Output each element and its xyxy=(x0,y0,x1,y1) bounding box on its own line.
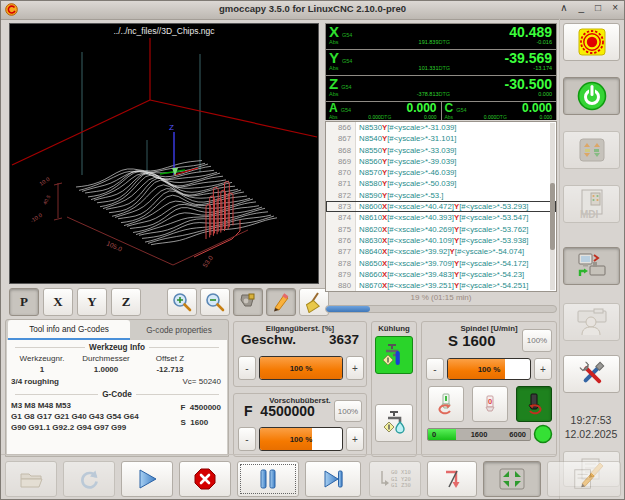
draw-dimensions-button[interactable] xyxy=(266,288,296,316)
gcode-line[interactable]: 879N8660X[#<xscale>*39.483]Y[#<yscale>*-… xyxy=(326,269,556,280)
title-bar[interactable]: gmoccapy 3.5.0 for LinuxCNC 2.10.0-pre0 … xyxy=(1,1,624,20)
tool-icon xyxy=(237,291,259,313)
maximize-button[interactable]: □ xyxy=(595,2,601,13)
run-from-line-button[interactable]: G0 X10 G1 Y20 G1 Z30 xyxy=(369,461,421,497)
settings-button[interactable] xyxy=(563,355,620,393)
gcode-line[interactable]: 876N8630X[#<xscale>*40.109]Y[#<yscale>*-… xyxy=(326,235,556,246)
gcode-line[interactable]: 874N8610X[#<xscale>*40.393]Y[#<yscale>*-… xyxy=(326,212,556,223)
auto-mode-button[interactable] xyxy=(563,247,620,285)
dro-axis-c[interactable]: CG540.000Abs0.000DTG0.000 xyxy=(442,102,557,120)
mist-coolant-button[interactable] xyxy=(375,404,413,442)
tools-icon xyxy=(576,358,608,390)
gcode-line[interactable]: 869N8560Y[#<yscale>*-39.039] xyxy=(326,156,556,167)
gcode-line[interactable]: 866N8530Y[#<yscale>*-31.039] xyxy=(326,122,556,133)
edit-gcode-button[interactable] xyxy=(547,461,621,497)
dtg-value: 0.000 xyxy=(401,114,437,120)
mdi-mode-button[interactable]: MDI xyxy=(563,185,620,223)
pause-icon xyxy=(256,467,280,491)
gcode-line[interactable]: 871N8580Y[#<yscale>*-50.039] xyxy=(326,178,556,189)
minimize-button[interactable]: _ xyxy=(579,2,585,13)
s-label: S xyxy=(181,418,186,427)
shade-button[interactable]: ∧ xyxy=(560,2,567,13)
run-program-button[interactable] xyxy=(121,461,173,497)
spindle-plus-button[interactable]: + xyxy=(534,358,552,380)
feed-slider-label: 100 % xyxy=(260,428,342,450)
dro-letter: C xyxy=(445,103,454,114)
feed-reset-button[interactable]: 100% xyxy=(334,400,362,422)
flood-coolant-button[interactable] xyxy=(375,336,413,374)
tool-number-header: Werkzeugnr. xyxy=(11,353,73,364)
rapid-override-slider[interactable]: 100 % xyxy=(259,356,343,380)
gcode-scrollbar[interactable] xyxy=(550,123,555,290)
feed-minus-button[interactable]: - xyxy=(238,427,256,451)
scrollbar-thumb[interactable] xyxy=(550,183,555,250)
gcode-line[interactable]: 880N8670X[#<xscale>*39.251]Y[#<yscale>*-… xyxy=(326,280,556,291)
gcode-line[interactable]: 870N8570Y[#<yscale>*-46.039] xyxy=(326,167,556,178)
view-z-button[interactable]: Z xyxy=(111,288,141,316)
dro-value: -30.500 xyxy=(505,78,552,91)
skip-blocks-icon xyxy=(440,467,464,491)
abs-label: Abs xyxy=(329,91,351,98)
view-y-button[interactable]: Y xyxy=(77,288,107,316)
manual-mode-button[interactable] xyxy=(563,131,620,169)
machine-on-button[interactable] xyxy=(563,77,620,115)
close-button[interactable]: × xyxy=(612,2,618,13)
spindle-reset-button[interactable]: 100% xyxy=(522,329,552,352)
spindle-minus-button[interactable]: - xyxy=(426,358,444,380)
run-from-line-text-1: G0 X10 xyxy=(391,469,411,476)
user-tabs-button[interactable] xyxy=(563,303,620,341)
toolpath-3d-canvas[interactable]: 105.053.010.040.5-10.0Z xyxy=(10,24,318,283)
tab-tool-info[interactable]: Tool info and G-codes xyxy=(8,320,130,340)
pause-program-button[interactable] xyxy=(237,461,299,497)
gcode-line[interactable]: 872N8590Y[#<yscale>*-53.] xyxy=(326,190,556,201)
spindle-cw-icon xyxy=(521,391,547,417)
tool-diameter-value: 1.0000 xyxy=(73,364,139,375)
dro-axis-y[interactable]: YG54-39.569Abs101.331DTG-13.174 xyxy=(326,50,556,75)
reload-file-button[interactable] xyxy=(63,461,115,497)
fullscreen-icon xyxy=(499,467,525,491)
dtg-label: DTG xyxy=(381,114,401,120)
stop-program-button[interactable] xyxy=(179,461,231,497)
step-program-button[interactable] xyxy=(305,461,361,497)
run-from-line-text-3: G1 Z30 xyxy=(391,482,411,489)
open-file-button[interactable] xyxy=(5,461,57,497)
tab-gcode-properties[interactable]: G-code properties xyxy=(130,320,228,340)
dro-letter: Y xyxy=(329,51,339,65)
gcode-line[interactable]: 867N8540Y[#<yscale>*-31.101] xyxy=(326,133,556,144)
dro-axis-x[interactable]: XG5440.489Abs191.839DTG-0.016 xyxy=(326,24,556,49)
gcode-line[interactable]: 868N8550Y[#<yscale>*-33.039] xyxy=(326,145,556,156)
skip-optional-blocks-button[interactable] xyxy=(427,461,477,497)
dro-letter: A xyxy=(329,103,338,114)
feed-override-slider[interactable]: 100 % xyxy=(259,427,343,451)
view-perspective-button[interactable]: P xyxy=(9,288,39,316)
flood-coolant-icon xyxy=(380,341,408,369)
spindle-override-slider[interactable]: 100 % xyxy=(447,358,531,380)
mist-coolant-icon xyxy=(380,409,408,437)
gcode-line[interactable]: 878N8650X[#<xscale>*39.709]Y[#<yscale>*-… xyxy=(326,258,556,269)
dro-panel[interactable]: XG5440.489Abs191.839DTG-0.016YG54-39.569… xyxy=(325,23,557,120)
spindle-left-button[interactable] xyxy=(428,386,464,422)
dro-axis-z[interactable]: ZG54-30.500Abs-378.813DTG0.000 xyxy=(326,76,556,101)
rapid-minus-button[interactable]: - xyxy=(238,356,256,380)
gremlin-preview[interactable]: 105.053.010.040.5-10.0Z ../../nc_files//… xyxy=(9,23,319,284)
spindle-stop-button[interactable]: 0 xyxy=(472,386,508,422)
zoom-in-button[interactable] xyxy=(167,288,197,316)
zoom-out-button[interactable] xyxy=(200,288,230,316)
gcode-line[interactable]: 877N8640X[#<xscale>*39.92]Y[#<yscale>*-5… xyxy=(326,246,556,257)
feed-plus-button[interactable]: + xyxy=(346,427,364,451)
feed-f-value: 4500000 xyxy=(260,403,315,419)
view-x-button[interactable]: X xyxy=(43,288,73,316)
spindle-right-button[interactable] xyxy=(516,386,552,422)
tool-number-value: 1 xyxy=(11,364,73,375)
gcode-line[interactable]: 873N8600X[#<xscale>*40.472]Y[#<yscale>*-… xyxy=(326,201,556,212)
abs-value: 101.331 xyxy=(351,65,439,72)
rapid-plus-button[interactable]: + xyxy=(346,356,364,380)
gcode-view[interactable]: 866N8530Y[#<yscale>*-31.039]867N8540Y[#<… xyxy=(325,121,557,292)
fullscreen-preview-button[interactable] xyxy=(483,461,541,497)
tool-path-button[interactable] xyxy=(233,288,263,316)
gcode-line[interactable]: 875N8620X[#<xscale>*40.269]Y[#<yscale>*-… xyxy=(326,224,556,235)
gcode-line-number: 868 xyxy=(326,145,356,156)
spindle-at-speed-led xyxy=(533,424,553,444)
dro-axis-a[interactable]: AG540.000Abs0.000DTG0.000 xyxy=(326,102,441,120)
estop-button[interactable] xyxy=(563,23,620,61)
